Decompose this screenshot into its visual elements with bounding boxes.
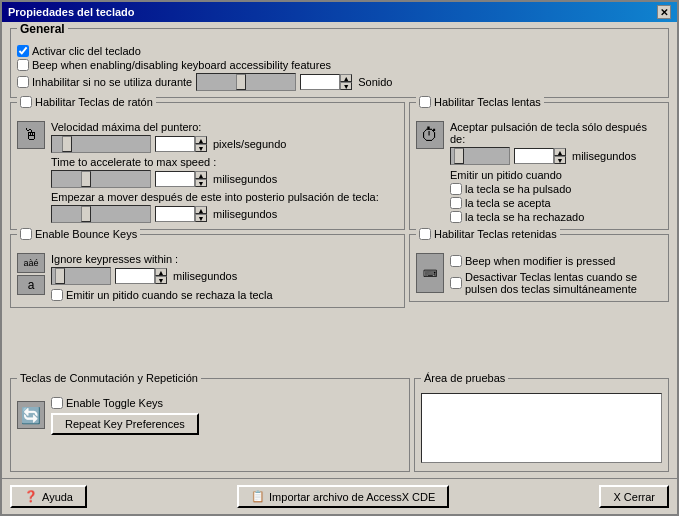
mouse-keys-checkbox[interactable] bbox=[20, 96, 32, 108]
slow-keys-title: Habilitar Teclas lentas bbox=[416, 96, 544, 108]
accept-up[interactable]: ▲ bbox=[554, 148, 566, 156]
beep-press-checkbox[interactable] bbox=[450, 183, 462, 195]
repeat-key-prefs-button[interactable]: Repeat Key Preferences bbox=[51, 413, 199, 435]
window-title: Propiedades del teclado bbox=[8, 6, 135, 18]
accel-unit: milisegundos bbox=[213, 173, 277, 185]
beep-reject-row: la tecla se ha rechazado bbox=[450, 211, 662, 223]
max-speed-btns: ▲ ▼ bbox=[195, 136, 207, 152]
sticky-disable-checkbox[interactable] bbox=[450, 277, 462, 289]
repeat-btn-row: Repeat Key Preferences bbox=[51, 413, 403, 435]
ignore-row: 0 ▲ ▼ milisegundos bbox=[51, 267, 398, 285]
accel-value[interactable]: 300 bbox=[155, 171, 195, 187]
help-button[interactable]: ❓ Ayuda bbox=[10, 485, 87, 508]
activate-click-checkbox[interactable] bbox=[17, 45, 29, 57]
disable-checkbox[interactable] bbox=[17, 76, 29, 88]
delay-spinbox[interactable]: 300 ▲ ▼ bbox=[155, 206, 207, 222]
beep-reject-checkbox[interactable] bbox=[450, 211, 462, 223]
max-speed-slider[interactable] bbox=[51, 135, 151, 153]
accept-down[interactable]: ▼ bbox=[554, 156, 566, 164]
close-button[interactable]: ✕ bbox=[657, 5, 671, 19]
ignore-value[interactable]: 0 bbox=[115, 268, 155, 284]
beep-press-row: la tecla se ha pulsado bbox=[450, 183, 662, 195]
slow-keys-checkbox[interactable] bbox=[419, 96, 431, 108]
emit-label: Emitir un pitido cuando bbox=[450, 169, 662, 181]
mouse-keys-title: Habilitar Teclas de ratón bbox=[17, 96, 156, 108]
disable-spinbox-btns: ▲ ▼ bbox=[340, 74, 352, 90]
max-speed-thumb bbox=[62, 136, 72, 152]
beep-checkbox[interactable] bbox=[17, 59, 29, 71]
general-title: General bbox=[17, 22, 68, 36]
ignore-thumb bbox=[55, 268, 65, 284]
accept-btns: ▲ ▼ bbox=[554, 148, 566, 164]
accel-slider[interactable] bbox=[51, 170, 151, 188]
sticky-keys-title: Habilitar Teclas retenidas bbox=[416, 228, 560, 240]
sticky-beep-checkbox[interactable] bbox=[450, 255, 462, 267]
delay-down[interactable]: ▼ bbox=[195, 214, 207, 222]
beep-accept-checkbox[interactable] bbox=[450, 197, 462, 209]
import-button[interactable]: 📋 Importar archivo de AccessX CDE bbox=[237, 485, 449, 508]
delay-row: 300 ▲ ▼ milisegundos bbox=[51, 205, 398, 223]
delay-btns: ▲ ▼ bbox=[195, 206, 207, 222]
disable-slider[interactable] bbox=[196, 73, 296, 91]
test-area-group: Área de pruebas bbox=[414, 378, 669, 472]
test-area-input[interactable] bbox=[421, 393, 662, 463]
max-speed-down[interactable]: ▼ bbox=[195, 144, 207, 152]
accept-thumb bbox=[454, 148, 464, 164]
ignore-down[interactable]: ▼ bbox=[155, 276, 167, 284]
accept-value[interactable]: 0 bbox=[514, 148, 554, 164]
help-icon: ❓ bbox=[24, 490, 38, 503]
toggle-title: Teclas de Conmutación y Repetición bbox=[17, 372, 201, 384]
disable-label[interactable]: Inhabilitar si no se utiliza durante bbox=[17, 76, 192, 88]
delay-thumb bbox=[81, 206, 91, 222]
bounce-icon-bottom: a bbox=[17, 275, 45, 295]
slow-keys-icon: ⏱ bbox=[416, 121, 444, 149]
max-speed-spinbox[interactable]: 10 ▲ ▼ bbox=[155, 136, 207, 152]
bottom-panels: Teclas de Conmutación y Repetición 🔄 Ena… bbox=[10, 378, 669, 472]
activate-click-row: Activar clic del teclado bbox=[17, 45, 662, 57]
mouse-icon: 🖱 bbox=[17, 121, 45, 149]
accel-label: Time to accelerate to max speed : bbox=[51, 156, 398, 168]
toggle-keys-checkbox[interactable] bbox=[51, 397, 63, 409]
middle-panels: Habilitar Teclas de ratón 🖱 Velocidad má… bbox=[10, 102, 669, 374]
ignore-slider[interactable] bbox=[51, 267, 111, 285]
import-icon: 📋 bbox=[251, 490, 265, 503]
disable-spinbox-down[interactable]: ▼ bbox=[340, 82, 352, 90]
ignore-unit: milisegundos bbox=[173, 270, 237, 282]
max-speed-up[interactable]: ▲ bbox=[195, 136, 207, 144]
accept-slider[interactable] bbox=[450, 147, 510, 165]
accel-thumb bbox=[81, 171, 91, 187]
disable-spinbox-up[interactable]: ▲ bbox=[340, 74, 352, 82]
accel-btns: ▲ ▼ bbox=[195, 171, 207, 187]
delay-value[interactable]: 300 bbox=[155, 206, 195, 222]
delay-label: Empezar a mover después de este into pos… bbox=[51, 191, 398, 203]
disable-row: Inhabilitar si no se utiliza durante 200… bbox=[17, 73, 662, 91]
bounce-keys-checkbox[interactable] bbox=[20, 228, 32, 240]
delay-slider[interactable] bbox=[51, 205, 151, 223]
beep-accept-row: la tecla se acepta bbox=[450, 197, 662, 209]
toggle-icon: 🔄 bbox=[17, 401, 45, 429]
ignore-up[interactable]: ▲ bbox=[155, 268, 167, 276]
bounce-emit-checkbox[interactable] bbox=[51, 289, 63, 301]
accept-spinbox[interactable]: 0 ▲ ▼ bbox=[514, 148, 566, 164]
sticky-keys-checkbox[interactable] bbox=[419, 228, 431, 240]
delay-up[interactable]: ▲ bbox=[195, 206, 207, 214]
beep-row: Beep when enabling/disabling keyboard ac… bbox=[17, 59, 662, 71]
general-group: General Activar clic del teclado Beep wh… bbox=[10, 28, 669, 98]
accel-up[interactable]: ▲ bbox=[195, 171, 207, 179]
disable-spinbox[interactable]: 200 ▲ ▼ bbox=[300, 74, 352, 90]
delay-unit: milisegundos bbox=[213, 208, 277, 220]
disable-value[interactable]: 200 bbox=[300, 74, 340, 90]
max-speed-value[interactable]: 10 bbox=[155, 136, 195, 152]
activate-click-label[interactable]: Activar clic del teclado bbox=[17, 45, 141, 57]
accel-spinbox[interactable]: 300 ▲ ▼ bbox=[155, 171, 207, 187]
accept-row: 0 ▲ ▼ milisegundos bbox=[450, 147, 662, 165]
accel-row: 300 ▲ ▼ milisegundos bbox=[51, 170, 398, 188]
beep-label[interactable]: Beep when enabling/disabling keyboard ac… bbox=[17, 59, 331, 71]
bottom-bar: ❓ Ayuda 📋 Importar archivo de AccessX CD… bbox=[2, 478, 677, 514]
main-content: General Activar clic del teclado Beep wh… bbox=[2, 22, 677, 478]
bounce-emit-row: Emitir un pitido cuando se rechaza la te… bbox=[51, 289, 398, 301]
close-main-button[interactable]: X Cerrar bbox=[599, 485, 669, 508]
ignore-spinbox[interactable]: 0 ▲ ▼ bbox=[115, 268, 167, 284]
right-panel: Habilitar Teclas lentas ⏱ Aceptar pulsac… bbox=[409, 102, 669, 374]
accel-down[interactable]: ▼ bbox=[195, 179, 207, 187]
